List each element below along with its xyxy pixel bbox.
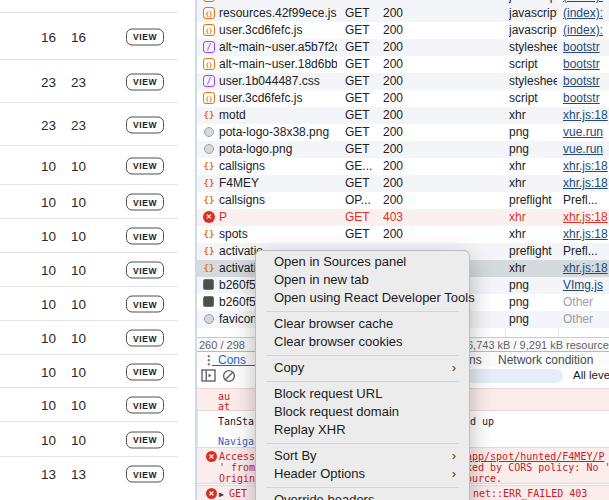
- count-cell: 23: [46, 117, 86, 132]
- console-error-line: Access: [219, 451, 255, 462]
- view-button[interactable]: VIEW: [126, 28, 164, 45]
- request-status: 200: [383, 107, 443, 124]
- request-status: 200: [383, 22, 443, 39]
- network-request-row[interactable]: pota-logo-38x38.pngGET200pngvue.run: [195, 124, 609, 141]
- request-initiator[interactable]: xhr.js:18: [563, 158, 609, 175]
- view-button[interactable]: VIEW: [126, 296, 164, 313]
- request-initiator[interactable]: xhr.js:18: [563, 107, 609, 124]
- request-name: callsigns: [219, 158, 337, 175]
- clear-console-icon[interactable]: [222, 369, 236, 383]
- request-type: xhr: [509, 226, 557, 243]
- view-button[interactable]: VIEW: [126, 330, 164, 347]
- menu-item-open-in-new-tab[interactable]: Open in new tab: [256, 271, 469, 289]
- menu-item-open-using-react-developer-tools[interactable]: Open using React Developer Tools: [256, 289, 469, 307]
- network-request-row[interactable]: motdGET200xhrxhr.js:18: [195, 107, 609, 124]
- count-cell: 10: [46, 297, 86, 312]
- view-button[interactable]: VIEW: [126, 194, 164, 211]
- console-error-line: at: [218, 401, 230, 412]
- count-cell: 23: [46, 74, 86, 89]
- request-initiator[interactable]: vue.run: [563, 124, 609, 141]
- menu-item-override-headers[interactable]: Override headers: [256, 491, 469, 500]
- network-request-row[interactable]: spotsGET200xhrxhr.js:18: [195, 226, 609, 243]
- image-thumbnail-icon: [203, 296, 214, 307]
- request-initiator[interactable]: bootstr: [563, 39, 609, 56]
- console-error-line: ource.: [466, 473, 502, 484]
- request-status: 200: [383, 141, 443, 158]
- network-request-row[interactable]: callsignsGE...200xhrxhr.js:18: [195, 158, 609, 175]
- view-button[interactable]: VIEW: [126, 431, 164, 448]
- menu-item-clear-browser-cache[interactable]: Clear browser cache: [256, 315, 469, 333]
- network-request-row[interactable]: PGET403xhrxhr.js:18: [195, 209, 609, 226]
- request-type: xhr: [509, 107, 557, 124]
- menu-item-block-request-url[interactable]: Block request URL: [256, 385, 469, 403]
- network-request-row[interactable]: resources.42f99ece.jsGET200javascript(in…: [195, 5, 609, 22]
- console-navigation-line: Naviga: [218, 436, 254, 447]
- view-button[interactable]: VIEW: [126, 363, 164, 380]
- network-request-row[interactable]: alt~main~user.a5b7f2d4...GET200styleshee…: [195, 39, 609, 56]
- view-button[interactable]: VIEW: [126, 116, 164, 133]
- request-initiator[interactable]: bootstr: [563, 90, 609, 107]
- menu-item-replay-xhr[interactable]: Replay XHR: [256, 421, 469, 439]
- request-url-link[interactable]: app/spot/hunted/F4MEY/P: [466, 451, 604, 462]
- xhr-icon: [203, 245, 215, 257]
- request-name: user.3cd6fefc.js: [219, 90, 337, 107]
- view-button[interactable]: VIEW: [126, 73, 164, 90]
- request-initiator[interactable]: xhr.js:18: [563, 175, 609, 192]
- table-row: 1010VIEW: [0, 387, 178, 422]
- menu-item-copy[interactable]: Copy›: [256, 359, 469, 377]
- menu-item-sort-by[interactable]: Sort By›: [256, 447, 469, 465]
- request-method: GET: [345, 209, 378, 226]
- view-button[interactable]: VIEW: [126, 228, 164, 245]
- menu-item-block-request-domain[interactable]: Block request domain: [256, 403, 469, 421]
- count-cell: 16: [46, 29, 86, 44]
- menu-item-clear-browser-cookies[interactable]: Clear browser cookies: [256, 333, 469, 351]
- request-initiator[interactable]: (index):: [563, 5, 609, 22]
- request-initiator[interactable]: bootstr: [563, 73, 609, 90]
- table-row: 1010VIEW: [0, 320, 178, 355]
- table-row: 1010VIEW: [0, 354, 178, 388]
- menu-separator: [256, 439, 469, 447]
- request-type: script: [509, 56, 557, 73]
- console-log-line: d up: [470, 416, 494, 427]
- menu-item-open-in-sources-panel[interactable]: Open in Sources panel: [256, 253, 469, 271]
- view-button[interactable]: VIEW: [126, 157, 164, 174]
- request-initiator[interactable]: VImg.js: [563, 277, 609, 294]
- network-request-row[interactable]: F4MEYGET200xhrxhr.js:18: [195, 175, 609, 192]
- menu-separator: [256, 377, 469, 385]
- request-initiator[interactable]: xhr.js:18: [563, 209, 609, 226]
- request-status: 200: [383, 158, 443, 175]
- network-request-row[interactable]: pota-logo.pngGET200pngvue.run: [195, 141, 609, 158]
- request-initiator[interactable]: xhr.js:18: [563, 226, 609, 243]
- request-name: pota-logo.png: [219, 141, 337, 158]
- console-error-line: net::ERR_FAILED 403: [473, 488, 587, 499]
- request-name: user.1b044487.css: [219, 73, 337, 90]
- count-cell: 10: [46, 263, 86, 278]
- network-request-row[interactable]: user.1b044487.cssGET200stylesheetbootstr: [195, 73, 609, 90]
- request-status: 200: [383, 5, 443, 22]
- network-request-row[interactable]: user.3cd6fefc.jsGET200scriptbootstr: [195, 90, 609, 107]
- xhr-icon: [203, 194, 215, 206]
- request-initiator[interactable]: bootstr: [563, 56, 609, 73]
- request-initiator[interactable]: xhr.js:18: [563, 260, 609, 277]
- log-levels-dropdown[interactable]: All level: [573, 369, 609, 381]
- image-icon: [204, 127, 214, 137]
- view-button[interactable]: VIEW: [126, 466, 164, 483]
- request-type: xhr: [509, 158, 557, 175]
- request-initiator[interactable]: vue.run: [563, 141, 609, 158]
- view-button[interactable]: VIEW: [126, 262, 164, 279]
- request-type: png: [509, 124, 557, 141]
- request-method: GET: [345, 73, 378, 90]
- console-sidebar-toggle-icon[interactable]: [201, 369, 216, 382]
- request-type: png: [509, 311, 557, 328]
- request-type: javascript: [509, 22, 557, 39]
- script-icon: [203, 7, 215, 19]
- tab-network-conditions[interactable]: Network condition: [498, 353, 593, 367]
- table-row: 1010VIEW: [0, 218, 178, 253]
- network-request-row[interactable]: callsignsOP...200preflightPrefl...: [195, 192, 609, 209]
- view-button[interactable]: VIEW: [126, 397, 164, 414]
- network-request-row[interactable]: alt~main~user.18d6bb58...GET200scriptboo…: [195, 56, 609, 73]
- request-status: 200: [383, 73, 443, 90]
- menu-item-header-options[interactable]: Header Options›: [256, 465, 469, 483]
- network-request-row[interactable]: user.3cd6fefc.jsGET200javascript(index):: [195, 22, 609, 39]
- request-initiator[interactable]: (index):: [563, 22, 609, 39]
